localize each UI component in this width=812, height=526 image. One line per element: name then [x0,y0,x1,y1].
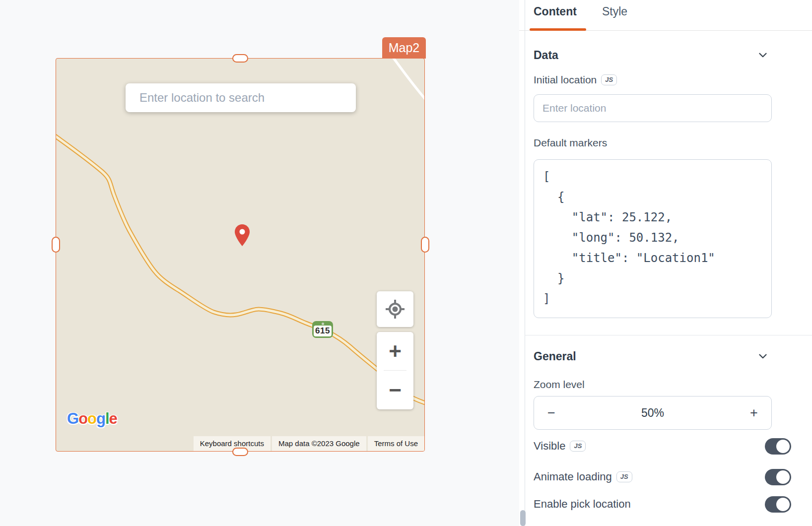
widget-name-tag[interactable]: Map2 [382,37,426,59]
google-logo-letter: g [96,410,105,427]
zoom-level-value[interactable]: 50% [569,406,737,420]
pane-tabs: Content Style [519,0,812,31]
resize-handle-right[interactable] [421,237,429,253]
js-toggle-badge[interactable]: JS [616,471,632,482]
pane-scrollbar-thumb[interactable] [520,510,526,526]
js-toggle-badge[interactable]: JS [570,441,586,452]
google-logo-letter: G [67,410,78,427]
google-logo-letter: o [87,410,96,427]
app-canvas: Map2 615 [0,0,812,526]
chevron-down-icon[interactable] [756,350,769,363]
initial-location-label-text: Initial location [534,74,597,86]
map-attribution-bar: Keyboard shortcuts Map data ©2023 Google… [194,436,424,451]
resize-handle-bottom[interactable] [232,448,248,456]
google-map[interactable]: 615 + − Google [56,59,424,451]
google-logo-letter: o [78,410,87,427]
code-line: "long": 50.132, [543,228,762,248]
code-line: "lat": 25.122, [543,207,762,228]
route-number: 615 [314,326,332,336]
map-search-input[interactable] [126,83,356,112]
toggle-knob [776,440,790,453]
default-markers-label: Default markers [534,137,607,149]
visible-label-text: Visible [534,440,565,453]
map-zoom-control: + − [377,332,413,409]
resize-handle-top[interactable] [232,54,248,63]
visible-toggle[interactable] [765,438,791,455]
toggle-knob [776,470,790,484]
code-line: [ [543,167,762,187]
zoom-out-button[interactable]: − [377,371,413,409]
animate-loading-label: Animate loading JS [534,470,632,483]
initial-location-input[interactable] [534,94,772,122]
google-logo-letter: e [109,410,117,427]
toggle-knob [776,498,790,511]
google-logo[interactable]: Google [67,410,117,428]
initial-location-label: Initial location JS [534,74,617,86]
zoom-level-label: Zoom level [534,379,585,391]
map-widget[interactable]: 615 + − Google [56,58,425,452]
tab-content[interactable]: Content [534,5,577,18]
terms-of-use-link[interactable]: Terms of Use [368,436,424,451]
route-shield-badge: 615 [312,321,333,338]
tab-style[interactable]: Style [602,5,627,18]
enable-pick-location-label-text: Enable pick location [534,498,631,511]
my-location-icon [385,299,406,320]
pane-scrollbar-track[interactable] [525,0,525,526]
section-title-data: Data [534,49,558,62]
zoom-level-increment-button[interactable]: + [737,396,771,429]
visible-label: Visible JS [534,440,586,453]
toggle-row-enable-pick-location: Enable pick location [534,496,797,513]
enable-pick-location-label: Enable pick location [534,498,631,511]
zoom-in-button[interactable]: + [377,332,413,370]
zoom-level-stepper: − 50% + [534,396,772,430]
toggle-row-animate-loading: Animate loading JS [534,468,797,485]
google-logo-letter: l [105,410,109,427]
route-shield-dot [322,323,324,325]
keyboard-shortcuts-link[interactable]: Keyboard shortcuts [194,436,271,451]
enable-pick-location-toggle[interactable] [765,496,791,513]
toggle-row-visible: Visible JS [534,438,797,455]
map-roads [56,59,424,451]
section-divider [525,335,812,335]
animate-loading-toggle[interactable] [765,469,791,485]
animate-loading-label-text: Animate loading [534,470,612,483]
chevron-down-icon[interactable] [756,49,769,62]
code-line: "title": "Location1" [543,248,762,268]
active-tab-underline [530,28,586,31]
map-marker-pin[interactable] [235,224,250,246]
js-toggle-badge[interactable]: JS [601,74,617,85]
code-line: { [543,187,762,207]
map-data-copyright: Map data ©2023 Google [272,436,366,451]
section-title-general: General [534,350,576,363]
resize-handle-left[interactable] [52,237,60,253]
property-pane: Content Style Data Initial location JS D… [519,0,812,526]
zoom-level-decrement-button[interactable]: − [534,396,569,429]
default-markers-code-editor[interactable]: [ { "lat": 25.122, "long": 50.132, "titl… [534,159,772,318]
code-line: } [543,268,762,289]
code-line: ] [543,289,762,309]
my-location-button[interactable] [377,291,413,327]
